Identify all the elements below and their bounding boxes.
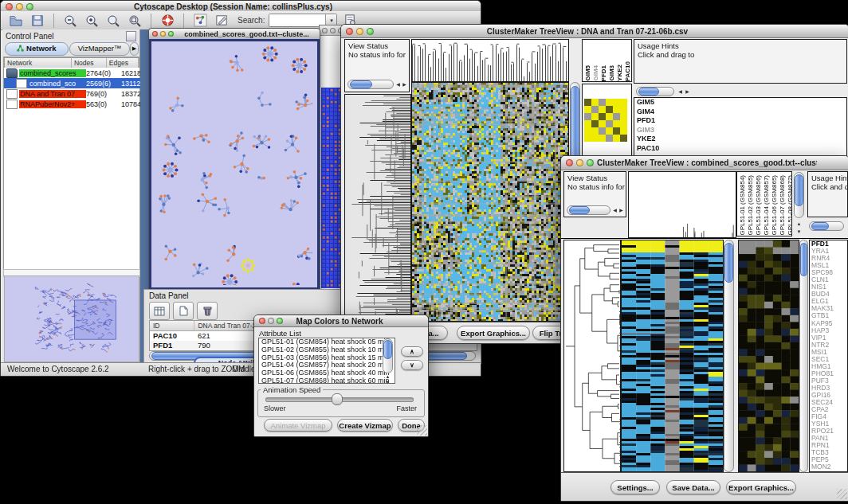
heatmap-vscrollbar[interactable] (724, 240, 734, 472)
float-panel-icon[interactable] (126, 31, 136, 41)
column-label[interactable]: GIM4 (592, 65, 599, 81)
scrollbar-thumb[interactable] (383, 340, 392, 359)
select-attributes-button[interactable] (149, 302, 170, 320)
zoom-button[interactable] (26, 3, 33, 10)
collabel-vscrollbar[interactable] (794, 172, 804, 218)
dense-network-view[interactable] (321, 88, 343, 288)
scroll-right-icon[interactable]: ▶ (401, 80, 408, 89)
resize-grip[interactable] (837, 489, 847, 499)
scrollbar-thumb[interactable] (795, 174, 803, 206)
tab-network[interactable]: Network (5, 42, 69, 56)
col-id[interactable]: ID (150, 321, 194, 330)
dialog-titlebar[interactable]: Map Colors to Network (254, 315, 428, 327)
save-data-button[interactable]: Save Data... (666, 480, 720, 494)
attribute-list-item[interactable]: GPL51-07 (GSM868) heat shock 60 min (259, 377, 395, 384)
row-label[interactable]: PAC10 (634, 144, 846, 154)
column-label[interactable]: GPL51-08 (GSM872) (787, 175, 792, 236)
detail-heatmap[interactable] (738, 240, 799, 472)
minimize-button[interactable] (160, 31, 166, 37)
network-overview[interactable] (4, 275, 139, 362)
network-view-titlebar[interactable]: combined_scores_good.txt--cluste... (149, 29, 320, 40)
zoom-button[interactable] (168, 31, 174, 37)
zoom-out-button[interactable] (61, 13, 79, 29)
column-label[interactable]: YKE2 (616, 64, 623, 81)
column-label[interactable]: GPL51-07 (GSM868) (779, 175, 786, 236)
animate-vizmap-button[interactable]: Animate Vizmap (264, 419, 332, 432)
minimize-button[interactable] (268, 318, 274, 324)
close-button[interactable] (259, 318, 265, 324)
close-button[interactable] (6, 3, 13, 10)
row-label[interactable]: YKE2 (634, 135, 846, 144)
column-label[interactable]: PFD1 (600, 65, 607, 81)
scroll-right-icon[interactable]: ▶ (684, 88, 691, 96)
row-label[interactable]: GIM5 (634, 98, 846, 107)
minimize-button[interactable] (16, 3, 23, 10)
zoom-button[interactable] (367, 28, 374, 35)
close-button[interactable] (346, 28, 353, 35)
minimize-button[interactable] (356, 28, 363, 35)
col-network[interactable]: Network (5, 58, 72, 68)
column-label[interactable]: GIM3 (608, 65, 615, 81)
scrollbar-thumb[interactable] (724, 243, 733, 283)
column-label[interactable]: PAC10 (624, 61, 631, 81)
move-down-button[interactable]: ∨ (401, 360, 423, 370)
speed-slider-thumb[interactable] (332, 393, 343, 405)
row-dendrogram[interactable] (563, 240, 621, 472)
scroll-down-icon[interactable]: ▼ (795, 228, 803, 236)
scroll-down-icon[interactable]: ▼ (384, 378, 391, 387)
save-session-button[interactable] (29, 13, 46, 29)
row-label[interactable]: GIM4 (634, 107, 846, 117)
tab-vizmapper[interactable]: VizMapper™ (69, 42, 130, 56)
column-label[interactable]: GIM5 (584, 65, 591, 81)
create-vizmap-button[interactable]: Create Vizmap (337, 419, 393, 432)
list-vscrollbar[interactable] (383, 338, 393, 373)
network-canvas[interactable] (151, 41, 312, 285)
col-nodes[interactable]: Nodes (72, 58, 107, 68)
help-button[interactable] (159, 13, 176, 29)
search-input[interactable] (269, 14, 325, 26)
hints-hscrollbar[interactable] (636, 87, 674, 96)
column-dendrogram[interactable] (628, 171, 736, 238)
tab-overflow-button[interactable]: ▶ (130, 42, 139, 56)
delete-attribute-button[interactable] (197, 302, 218, 320)
gene-label[interactable]: MON2 (810, 463, 847, 471)
treeview2-titlebar[interactable]: ClusterMaker TreeView : combined_scores_… (561, 156, 848, 170)
scrollbar-thumb[interactable] (811, 222, 829, 230)
scrollbar-thumb[interactable] (350, 80, 372, 88)
table-row[interactable]: RNAPuberNov2+ 563(0) 107847(0) (4, 99, 139, 109)
hints-hscrollbar[interactable] (809, 221, 844, 231)
scrollbar-thumb[interactable] (638, 88, 659, 96)
network-view-button[interactable] (191, 13, 209, 29)
zoom-button[interactable] (587, 159, 594, 166)
status-hscrollbar[interactable] (347, 80, 394, 89)
settings-button[interactable]: Settings... (610, 480, 660, 494)
new-attribute-button[interactable] (173, 302, 194, 320)
treeview1-titlebar[interactable]: ClusterMaker TreeView : DNA and Tran 07-… (341, 25, 848, 38)
column-label[interactable]: GPL51-02 (GSM855) (747, 175, 754, 236)
row-label[interactable]: PFD1 (634, 116, 846, 126)
column-dendrogram[interactable] (411, 39, 569, 82)
heatmap[interactable] (411, 82, 569, 322)
resize-grip[interactable] (417, 425, 427, 436)
similarity-matrix[interactable] (584, 99, 627, 142)
export-graphics-button[interactable]: Export Graphics... (726, 480, 796, 494)
row-dendrogram[interactable] (344, 94, 411, 322)
zoom-in-button[interactable] (83, 13, 100, 29)
scroll-left-icon[interactable]: ◀ (677, 88, 684, 96)
minimize-button[interactable] (576, 159, 583, 166)
close-button[interactable] (322, 28, 328, 33)
minimize-button[interactable] (330, 28, 336, 33)
column-label[interactable]: GPL51-04 (GSM857) (763, 175, 770, 236)
annotation-button[interactable] (213, 13, 230, 29)
scrollbar-thumb[interactable] (569, 206, 590, 214)
column-label[interactable]: GPL51-03 (GSM856) (755, 175, 762, 236)
column-label[interactable]: GPL51-01 (GSM854) (739, 175, 746, 236)
col-edges[interactable]: Edges (107, 58, 139, 68)
table-row[interactable]: combined_scores 2764(0) 16218(0) (4, 68, 139, 78)
heatmap[interactable] (621, 240, 724, 472)
close-button[interactable] (566, 159, 573, 166)
open-file-button[interactable] (7, 13, 25, 29)
table-row-selected[interactable]: combined_sco 2569(6) 13112(15) (4, 78, 149, 88)
export-graphics-button[interactable]: Export Graphics... (457, 326, 530, 340)
genelist-vscrollbar[interactable] (799, 240, 808, 472)
